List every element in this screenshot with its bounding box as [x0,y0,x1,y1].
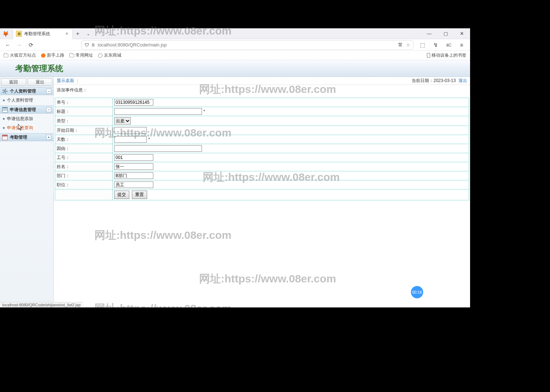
url-text: localhost:8080/QRCode/main.jsp [98,42,167,48]
address-bar[interactable]: 🛡 🗎 localhost:8080/QRCode/main.jsp 繁 ☆ [81,40,413,50]
input-days[interactable] [114,136,147,143]
label-name: 姓名： [55,162,113,171]
library-icon[interactable]: ≡⃞ [444,40,453,50]
tab-favicon-icon: ▦ [16,31,22,37]
select-type[interactable]: 出差 [114,117,131,124]
app-title: 考勤管理系统 [15,63,63,74]
input-pos[interactable] [114,181,153,188]
bullet-icon [3,99,5,101]
main-content: 显示桌面 | 当前日期：2023-03-13 退出 添加事件信息： 单号： 标题… [54,77,470,307]
bookmarks-bar: 火狐官方站点 新手上路 常用网址 京东商城 移动设备上的书签 [0,51,470,60]
calendar-icon [2,135,8,140]
collapse-icon[interactable]: – [46,107,51,112]
window-close-button[interactable]: ✕ [454,28,470,39]
sidebar-section-personal[interactable]: 个人资料管理 – [0,87,53,95]
label-dept: 部门： [55,171,113,180]
event-form: 单号： 标题： * 类型： 出差 [55,98,469,200]
shield-icon: 🛡 [85,42,89,48]
sidebar-back-button[interactable]: 返回 [1,78,26,86]
bullet-icon [3,127,5,129]
lock-icon: 🗎 [91,42,96,48]
label-type: 类型： [55,116,113,126]
breadcrumb: 显示桌面 | 当前日期：2023-03-13 退出 [54,77,470,85]
mobile-bookmarks[interactable]: 移动设备上的书签 [427,52,466,58]
show-desktop-link[interactable]: 显示桌面 [57,78,74,84]
globe-icon [98,53,102,58]
sidebar-item-apply-add[interactable]: 申请信息添加 [0,114,53,123]
account-icon[interactable]: ↯ [431,40,440,50]
folder-icon [69,54,74,57]
gear-icon [2,89,8,94]
bookmark-item[interactable]: 新手上路 [41,52,64,58]
status-bar: localhost:8080/QRCode/shijianxinxi_list2… [0,302,83,307]
folder-icon [4,54,8,57]
tab-title: 考勤管理系统 [24,31,62,37]
collapse-icon[interactable]: – [46,89,51,94]
expand-icon[interactable]: + [46,135,51,140]
bookmark-item[interactable]: 常用网址 [69,52,93,58]
label-no: 单号： [55,98,113,107]
extensions-icon[interactable]: ⬚ [418,40,427,50]
browser-tab[interactable]: ▦ 考勤管理系统 × [13,28,73,39]
input-start-date[interactable] [114,127,147,134]
sidebar-item-apply-query[interactable]: 申请信息查询 [0,123,53,132]
sidebar-section-attendance[interactable]: 考勤管理 + [0,133,53,141]
sidebar-exit-button[interactable]: 退出 [28,78,53,86]
input-no[interactable] [114,99,153,106]
window-maximize-button[interactable]: ▢ [437,28,454,39]
bookmark-star-icon[interactable]: ☆ [406,42,410,48]
date-label: 当前日期： [412,78,433,83]
app-header: 考勤管理系统 [0,60,470,77]
date-value: 2023-03-13 [433,78,456,83]
label-empno: 工号： [55,153,113,162]
label-reason: 因由： [55,144,113,153]
document-icon [2,107,8,113]
label-pos: 职位： [55,180,113,189]
input-title[interactable] [114,108,202,115]
nav-reload-button[interactable]: ⟳ [26,40,36,50]
label-title: 标题： [55,107,113,116]
window-minimize-button[interactable]: — [421,28,437,39]
input-reason[interactable] [114,145,202,152]
input-name[interactable] [114,163,153,170]
sidebar: 返回 退出 个人资料管理 – 个人资料管理 申请信息管理 – 申请信 [0,77,54,307]
recording-timer: 00:16 [411,286,423,298]
sidebar-item-personal-info[interactable]: 个人资料管理 [0,96,53,105]
firefox-logo-icon: 🦊 [0,28,11,39]
submit-button[interactable]: 提交 [114,191,129,199]
nav-forward-button[interactable]: → [15,40,24,50]
mobile-icon [427,53,430,58]
browser-window: 🦊 ▦ 考勤管理系统 × + ⌄ — ▢ ✕ ← → ⟳ 🛡 🗎 localho… [0,28,470,307]
input-dept[interactable] [114,172,153,179]
translate-icon[interactable]: 繁 [398,42,403,48]
bookmark-item[interactable]: 火狐官方站点 [4,52,36,58]
address-bar-row: ← → ⟳ 🛡 🗎 localhost:8080/QRCode/main.jsp… [0,39,470,51]
bookmark-item[interactable]: 京东商城 [98,52,121,58]
new-tab-button[interactable]: + [73,30,83,37]
label-start-date: 开始日期： [55,126,113,135]
tabs-dropdown-icon[interactable]: ⌄ [83,31,94,36]
titlebar: 🦊 ▦ 考勤管理系统 × + ⌄ — ▢ ✕ [0,28,470,39]
input-empno[interactable] [114,154,153,161]
sidebar-section-apply[interactable]: 申请信息管理 – [0,106,53,114]
reset-button[interactable]: 重置 [132,191,147,199]
app-menu-icon[interactable]: ≡ [457,40,466,50]
form-title: 添加事件信息： [54,85,470,95]
label-days: 天数： [55,135,113,144]
tab-close-icon[interactable]: × [64,31,69,36]
logout-link[interactable]: 退出 [458,78,467,83]
firefox-icon [41,53,45,58]
bullet-icon [3,118,5,120]
nav-back-button[interactable]: ← [3,40,12,50]
